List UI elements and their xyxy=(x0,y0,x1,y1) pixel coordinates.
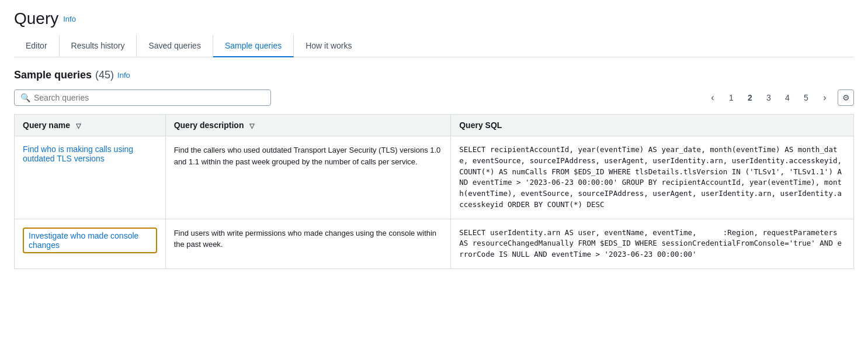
pagination-page-2[interactable]: 2 xyxy=(742,89,758,106)
search-icon: 🔍 xyxy=(20,93,30,102)
pagination-controls: ‹ 1 2 3 4 5 › ⚙ xyxy=(704,89,854,106)
tabs-bar: Editor Results history Saved queries Sam… xyxy=(14,35,854,57)
query-sql-1: SELECT recipientAccountId, year(eventTim… xyxy=(459,145,846,209)
page-title: Query xyxy=(14,9,58,28)
tab-how-it-works[interactable]: How it works xyxy=(294,35,363,57)
section-title: Sample queries xyxy=(14,69,92,81)
query-description-1: Find the callers who used outdated Trans… xyxy=(174,146,441,166)
pagination-next[interactable]: › xyxy=(817,89,833,106)
tab-sample-queries[interactable]: Sample queries xyxy=(213,35,294,57)
section-info-link[interactable]: Info xyxy=(117,71,130,80)
tab-editor[interactable]: Editor xyxy=(14,35,60,57)
query-sql-2: SELECT userIdentity.arn AS user, eventNa… xyxy=(459,228,842,259)
pagination-prev[interactable]: ‹ xyxy=(704,89,721,106)
settings-icon: ⚙ xyxy=(842,93,850,102)
pagination-page-4[interactable]: 4 xyxy=(779,89,796,106)
pagination-page-5[interactable]: 5 xyxy=(798,89,814,106)
col-header-description: Query description ▽ xyxy=(165,115,451,136)
query-link-2-highlighted[interactable]: Investigate who made console changes xyxy=(23,228,157,253)
table-row: Find who is making calls using outdated … xyxy=(15,136,854,219)
pagination-page-1[interactable]: 1 xyxy=(723,89,739,106)
query-name-cell-1: Find who is making calls using outdated … xyxy=(15,136,166,219)
tab-saved-queries[interactable]: Saved queries xyxy=(137,35,213,57)
search-input[interactable] xyxy=(34,93,265,102)
tab-results-history[interactable]: Results history xyxy=(60,35,137,57)
table-settings-button[interactable]: ⚙ xyxy=(838,89,854,106)
query-name-cell-2: Investigate who made console changes xyxy=(15,219,166,268)
col-filter-icon-name[interactable]: ▽ xyxy=(76,122,81,130)
query-sql-cell-2: SELECT userIdentity.arn AS user, eventNa… xyxy=(451,219,854,268)
col-header-name: Query name ▽ xyxy=(15,115,166,136)
query-table: Query name ▽ Query description ▽ Query S… xyxy=(14,114,854,269)
table-row: Investigate who made console changes Fin… xyxy=(15,219,854,268)
section-count: (45) xyxy=(95,69,114,81)
query-description-2: Find users with write permissions who ma… xyxy=(174,229,436,249)
col-header-sql: Query SQL xyxy=(451,115,854,136)
col-filter-icon-desc[interactable]: ▽ xyxy=(249,122,254,130)
query-link-1[interactable]: Find who is making calls using outdated … xyxy=(23,144,133,163)
query-sql-cell-1: SELECT recipientAccountId, year(eventTim… xyxy=(451,136,854,219)
page-info-link[interactable]: Info xyxy=(63,15,76,23)
pagination-page-3[interactable]: 3 xyxy=(761,89,777,106)
query-description-cell-2: Find users with write permissions who ma… xyxy=(165,219,451,268)
search-box: 🔍 xyxy=(14,89,271,106)
query-description-cell-1: Find the callers who used outdated Trans… xyxy=(165,136,451,219)
